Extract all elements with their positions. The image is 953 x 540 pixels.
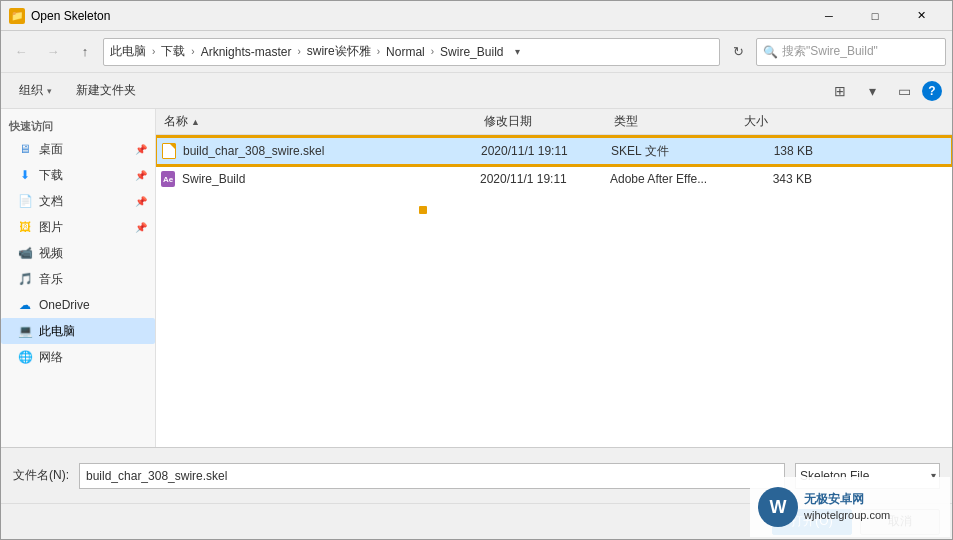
forward-button[interactable]: → xyxy=(39,38,67,66)
sidebar-item-music[interactable]: 🎵 音乐 xyxy=(1,266,155,292)
file-list-area: 名称 ▲ 修改日期 类型 大小 xyxy=(156,109,952,447)
window: 📁 Open Skeleton ─ □ ✕ ← → ↑ 此电脑 › 下载 › A… xyxy=(0,0,953,540)
pin-icon: 📌 xyxy=(135,196,147,207)
sidebar-item-onedrive[interactable]: ☁ OneDrive xyxy=(1,292,155,318)
skel-file-icon xyxy=(161,143,177,159)
sidebar-item-network[interactable]: 🌐 网络 xyxy=(1,344,155,370)
column-date[interactable]: 修改日期 xyxy=(480,109,610,134)
sidebar-item-thispc[interactable]: 💻 此电脑 xyxy=(1,318,155,344)
action-bar: 组织 ▾ 新建文件夹 ⊞ ▾ ▭ ? xyxy=(1,73,952,109)
drag-indicator xyxy=(419,206,427,214)
title-bar-controls: ─ □ ✕ xyxy=(806,1,944,31)
search-icon: 🔍 xyxy=(763,45,778,59)
new-folder-button[interactable]: 新建文件夹 xyxy=(68,78,144,104)
back-button[interactable]: ← xyxy=(7,38,35,66)
column-type[interactable]: 类型 xyxy=(610,109,740,134)
network-icon: 🌐 xyxy=(17,349,33,365)
column-size[interactable]: 大小 xyxy=(740,109,820,134)
file-row-ae[interactable]: Ae Swire_Build 2020/11/1 19:11 Adobe Aft… xyxy=(156,165,952,193)
window-icon: 📁 xyxy=(9,8,25,24)
window-title: Open Skeleton xyxy=(31,9,806,23)
refresh-button[interactable]: ↻ xyxy=(724,38,752,66)
sidebar-item-documents[interactable]: 📄 文档 📌 xyxy=(1,188,155,214)
preview-pane-button[interactable]: ▭ xyxy=(890,78,918,104)
onedrive-icon: ☁ xyxy=(17,297,33,313)
address-toolbar: ← → ↑ 此电脑 › 下载 › Arknights-master › swir… xyxy=(1,31,952,73)
column-name[interactable]: 名称 ▲ xyxy=(160,109,480,134)
thispc-icon: 💻 xyxy=(17,323,33,339)
quick-access-label: 快速访问 xyxy=(1,113,155,136)
watermark-text: 无极安卓网 wjhotelgroup.com xyxy=(804,491,890,523)
filename-label: 文件名(N): xyxy=(13,467,69,484)
sidebar-item-downloads[interactable]: ⬇ 下载 📌 xyxy=(1,162,155,188)
organize-button[interactable]: 组织 ▾ xyxy=(11,78,60,104)
help-button[interactable]: ? xyxy=(922,81,942,101)
watermark-logo: W xyxy=(758,487,798,527)
breadcrumb-downloads[interactable]: 下载 xyxy=(161,43,185,60)
breadcrumb-swire-build[interactable]: Swire_Build xyxy=(440,45,503,59)
main-content: 快速访问 🖥 桌面 📌 ⬇ 下载 📌 📄 文档 📌 🖼 图片 📌 xyxy=(1,109,952,447)
column-headers: 名称 ▲ 修改日期 类型 大小 xyxy=(156,109,952,135)
videos-icon: 📹 xyxy=(17,245,33,261)
downloads-icon: ⬇ xyxy=(17,167,33,183)
pin-icon: 📌 xyxy=(135,144,147,155)
search-box[interactable]: 🔍 搜索"Swire_Build" xyxy=(756,38,946,66)
breadcrumb-arknights[interactable]: Arknights-master xyxy=(201,45,292,59)
file-row-skel[interactable]: build_char_308_swire.skel 2020/11/1 19:1… xyxy=(156,137,952,165)
title-bar: 📁 Open Skeleton ─ □ ✕ xyxy=(1,1,952,31)
ae-file-icon: Ae xyxy=(160,171,176,187)
filename-input[interactable] xyxy=(79,463,785,489)
up-button[interactable]: ↑ xyxy=(71,38,99,66)
address-bar[interactable]: 此电脑 › 下载 › Arknights-master › swire诶怀雅 ›… xyxy=(103,38,720,66)
breadcrumb-swire[interactable]: swire诶怀雅 xyxy=(307,43,371,60)
view-grid-button[interactable]: ⊞ xyxy=(826,78,854,104)
music-icon: 🎵 xyxy=(17,271,33,287)
view-controls: ⊞ ▾ ▭ ? xyxy=(826,78,942,104)
address-dropdown-button[interactable]: ▾ xyxy=(507,42,527,62)
pin-icon: 📌 xyxy=(135,222,147,233)
sort-asc-icon: ▲ xyxy=(191,117,200,127)
breadcrumb-normal[interactable]: Normal xyxy=(386,45,425,59)
desktop-icon: 🖥 xyxy=(17,141,33,157)
close-button[interactable]: ✕ xyxy=(898,1,944,31)
sidebar: 快速访问 🖥 桌面 📌 ⬇ 下载 📌 📄 文档 📌 🖼 图片 📌 xyxy=(1,109,156,447)
documents-icon: 📄 xyxy=(17,193,33,209)
pictures-icon: 🖼 xyxy=(17,219,33,235)
pin-icon: 📌 xyxy=(135,170,147,181)
organize-chevron-icon: ▾ xyxy=(47,86,52,96)
sidebar-item-videos[interactable]: 📹 视频 xyxy=(1,240,155,266)
minimize-button[interactable]: ─ xyxy=(806,1,852,31)
file-rows: build_char_308_swire.skel 2020/11/1 19:1… xyxy=(156,135,952,447)
watermark: W 无极安卓网 wjhotelgroup.com xyxy=(750,477,950,537)
view-dropdown-button[interactable]: ▾ xyxy=(858,78,886,104)
breadcrumb-thispc[interactable]: 此电脑 xyxy=(110,43,146,60)
sidebar-item-pictures[interactable]: 🖼 图片 📌 xyxy=(1,214,155,240)
maximize-button[interactable]: □ xyxy=(852,1,898,31)
sidebar-item-desktop[interactable]: 🖥 桌面 📌 xyxy=(1,136,155,162)
